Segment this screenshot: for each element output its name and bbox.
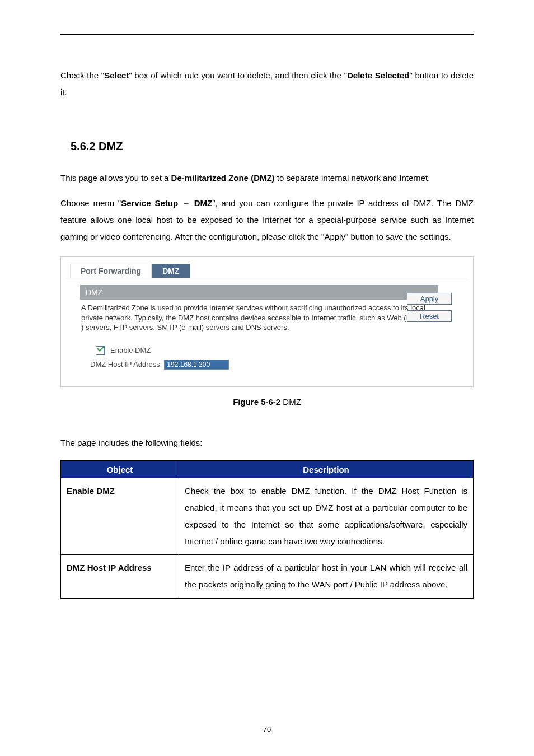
- page-number: -70-: [0, 725, 534, 734]
- text: Check the ": [60, 71, 104, 80]
- desc-dmz-host-ip: Enter the IP address of a particular hos…: [179, 554, 474, 598]
- text: " box of which rule you want to delete, …: [129, 71, 347, 80]
- page-top-rule: [60, 34, 474, 35]
- text: Choose menu ": [60, 198, 121, 208]
- col-object: Object: [61, 460, 179, 478]
- enable-dmz-label: Enable DMZ: [110, 346, 151, 354]
- apply-button[interactable]: Apply: [407, 293, 452, 305]
- text-bold: DMZ: [194, 198, 213, 208]
- enable-dmz-checkbox[interactable]: [96, 346, 105, 355]
- table-header-row: Object Description: [61, 460, 474, 478]
- text-bold: De-militarized Zone (DMZ): [171, 173, 275, 183]
- button-column: Apply Reset: [407, 293, 452, 322]
- fields-intro: The page includes the following fields:: [60, 435, 474, 451]
- tab-dmz[interactable]: DMZ: [152, 264, 190, 278]
- dmz-figure: Port Forwarding DMZ DMZ A Demilitarized …: [60, 256, 474, 387]
- dmz-paragraph-2: Choose menu "Service Setup → DMZ", and y…: [60, 195, 474, 245]
- table-row: DMZ Host IP Address Enter the IP address…: [61, 554, 474, 598]
- enable-dmz-row: Enable DMZ: [96, 346, 454, 355]
- arrow-icon: →: [178, 198, 194, 208]
- text: This page allows you to set a: [60, 173, 171, 183]
- intro-paragraph: Check the "Select" box of which rule you…: [60, 67, 474, 101]
- dmz-panel-description: A Demilitarized Zone is used to provide …: [80, 300, 429, 333]
- tab-row: Port Forwarding DMZ: [67, 263, 467, 278]
- col-description: Description: [179, 460, 474, 478]
- ip-address-label: DMZ Host IP Address:: [90, 360, 162, 368]
- object-dmz-host-ip: DMZ Host IP Address: [61, 554, 179, 598]
- text-bold: Service Setup: [121, 198, 178, 208]
- text: to separate internal network and Interne…: [275, 173, 430, 183]
- figure-caption: Figure 5-6-2 DMZ: [60, 397, 474, 407]
- desc-enable-dmz: Check the box to enable DMZ function. If…: [179, 478, 474, 554]
- reset-button[interactable]: Reset: [407, 310, 452, 322]
- table-row: Enable DMZ Check the box to enable DMZ f…: [61, 478, 474, 554]
- figure-title: DMZ: [280, 397, 301, 407]
- dmz-panel-title: DMZ: [80, 285, 438, 300]
- ip-address-row: DMZ Host IP Address: 192.168.1.200: [90, 360, 454, 370]
- dmz-panel: DMZ A Demilitarized Zone is used to prov…: [67, 278, 467, 370]
- object-enable-dmz: Enable DMZ: [61, 478, 179, 554]
- dmz-paragraph-1: This page allows you to set a De-militar…: [60, 170, 474, 186]
- figure-number: Figure 5-6-2: [233, 397, 280, 407]
- fields-table: Object Description Enable DMZ Check the …: [60, 460, 474, 599]
- text-bold: Delete Selected: [347, 71, 409, 80]
- dmz-ip-input[interactable]: 192.168.1.200: [164, 360, 229, 370]
- tab-port-forwarding[interactable]: Port Forwarding: [70, 264, 152, 278]
- section-heading-dmz: 5.6.2 DMZ: [71, 140, 474, 153]
- text-bold: Select: [104, 71, 129, 80]
